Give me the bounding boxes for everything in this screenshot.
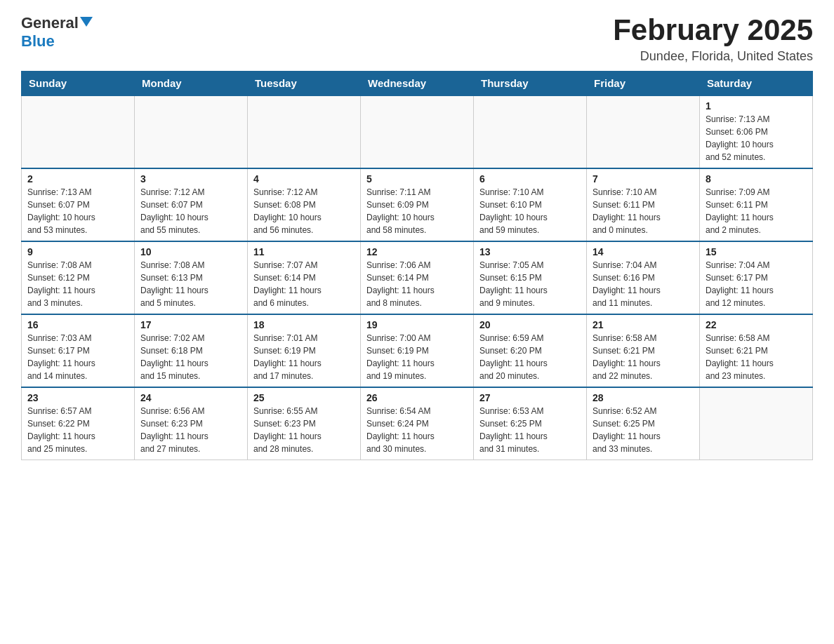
day-info: Sunrise: 7:04 AM Sunset: 6:16 PM Dayligh…: [593, 259, 694, 309]
day-number: 4: [253, 173, 355, 185]
day-info: Sunrise: 7:08 AM Sunset: 6:13 PM Dayligh…: [140, 259, 241, 309]
calendar-cell: [135, 95, 248, 168]
day-number: 21: [593, 319, 694, 330]
calendar-cell: 16Sunrise: 7:03 AM Sunset: 6:17 PM Dayli…: [22, 314, 135, 387]
calendar-cell: 28Sunrise: 6:52 AM Sunset: 6:25 PM Dayli…: [587, 387, 700, 460]
day-info: Sunrise: 7:13 AM Sunset: 6:07 PM Dayligh…: [27, 186, 128, 236]
day-number: 27: [479, 392, 581, 403]
logo-blue-text: Blue: [21, 32, 55, 51]
day-info: Sunrise: 7:12 AM Sunset: 6:08 PM Dayligh…: [253, 186, 355, 236]
day-info: Sunrise: 7:10 AM Sunset: 6:10 PM Dayligh…: [479, 186, 581, 236]
day-number: 1: [706, 100, 807, 112]
calendar-cell: 8Sunrise: 7:09 AM Sunset: 6:11 PM Daylig…: [700, 168, 813, 241]
calendar-cell: 2Sunrise: 7:13 AM Sunset: 6:07 PM Daylig…: [22, 168, 135, 241]
day-info: Sunrise: 7:13 AM Sunset: 6:06 PM Dayligh…: [706, 113, 807, 163]
calendar-cell: [361, 95, 474, 168]
day-info: Sunrise: 7:10 AM Sunset: 6:11 PM Dayligh…: [593, 186, 694, 236]
day-info: Sunrise: 7:12 AM Sunset: 6:07 PM Dayligh…: [140, 186, 241, 236]
day-number: 20: [479, 319, 581, 330]
day-info: Sunrise: 7:06 AM Sunset: 6:14 PM Dayligh…: [366, 259, 468, 309]
calendar-cell: 9Sunrise: 7:08 AM Sunset: 6:12 PM Daylig…: [22, 241, 135, 314]
day-number: 3: [140, 173, 241, 185]
day-info: Sunrise: 7:02 AM Sunset: 6:18 PM Dayligh…: [140, 332, 241, 382]
day-info: Sunrise: 7:11 AM Sunset: 6:09 PM Dayligh…: [366, 186, 468, 236]
day-info: Sunrise: 7:01 AM Sunset: 6:19 PM Dayligh…: [253, 332, 355, 382]
calendar-week-2: 2Sunrise: 7:13 AM Sunset: 6:07 PM Daylig…: [22, 168, 813, 241]
day-number: 24: [140, 392, 241, 403]
weekday-header-saturday: Saturday: [700, 72, 813, 96]
month-title: February 2025: [613, 14, 813, 46]
day-info: Sunrise: 7:08 AM Sunset: 6:12 PM Dayligh…: [27, 259, 128, 309]
day-info: Sunrise: 7:07 AM Sunset: 6:14 PM Dayligh…: [253, 259, 355, 309]
logo-general-text: General: [21, 14, 79, 32]
weekday-header-thursday: Thursday: [474, 72, 587, 96]
day-info: Sunrise: 6:58 AM Sunset: 6:21 PM Dayligh…: [593, 332, 694, 382]
weekday-header-tuesday: Tuesday: [248, 72, 361, 96]
calendar-table: SundayMondayTuesdayWednesdayThursdayFrid…: [21, 71, 813, 460]
calendar-cell: 25Sunrise: 6:55 AM Sunset: 6:23 PM Dayli…: [248, 387, 361, 460]
calendar-cell: 14Sunrise: 7:04 AM Sunset: 6:16 PM Dayli…: [587, 241, 700, 314]
day-info: Sunrise: 6:52 AM Sunset: 6:25 PM Dayligh…: [593, 405, 694, 455]
day-number: 25: [253, 392, 355, 403]
calendar-cell: 26Sunrise: 6:54 AM Sunset: 6:24 PM Dayli…: [361, 387, 474, 460]
page-header: General Blue February 2025 Dundee, Flori…: [21, 14, 813, 64]
day-number: 9: [27, 246, 128, 257]
day-info: Sunrise: 6:56 AM Sunset: 6:23 PM Dayligh…: [140, 405, 241, 455]
day-number: 12: [366, 246, 468, 257]
day-number: 19: [366, 319, 468, 330]
day-number: 6: [479, 173, 581, 185]
calendar-week-5: 23Sunrise: 6:57 AM Sunset: 6:22 PM Dayli…: [22, 387, 813, 460]
weekday-header-sunday: Sunday: [22, 72, 135, 96]
weekday-header-wednesday: Wednesday: [361, 72, 474, 96]
day-number: 8: [706, 173, 807, 185]
location-subtitle: Dundee, Florida, United States: [613, 49, 813, 64]
calendar-cell: 15Sunrise: 7:04 AM Sunset: 6:17 PM Dayli…: [700, 241, 813, 314]
calendar-cell: 5Sunrise: 7:11 AM Sunset: 6:09 PM Daylig…: [361, 168, 474, 241]
title-block: February 2025 Dundee, Florida, United St…: [613, 14, 813, 64]
logo: General Blue: [21, 14, 93, 51]
calendar-cell: 22Sunrise: 6:58 AM Sunset: 6:21 PM Dayli…: [700, 314, 813, 387]
day-number: 13: [479, 246, 581, 257]
day-info: Sunrise: 6:54 AM Sunset: 6:24 PM Dayligh…: [366, 405, 468, 455]
calendar-cell: 18Sunrise: 7:01 AM Sunset: 6:19 PM Dayli…: [248, 314, 361, 387]
calendar-week-3: 9Sunrise: 7:08 AM Sunset: 6:12 PM Daylig…: [22, 241, 813, 314]
day-number: 10: [140, 246, 241, 257]
calendar-cell: 4Sunrise: 7:12 AM Sunset: 6:08 PM Daylig…: [248, 168, 361, 241]
calendar-cell: 10Sunrise: 7:08 AM Sunset: 6:13 PM Dayli…: [135, 241, 248, 314]
day-info: Sunrise: 6:57 AM Sunset: 6:22 PM Dayligh…: [27, 405, 128, 455]
calendar-cell: 7Sunrise: 7:10 AM Sunset: 6:11 PM Daylig…: [587, 168, 700, 241]
day-number: 14: [593, 246, 694, 257]
day-info: Sunrise: 7:05 AM Sunset: 6:15 PM Dayligh…: [479, 259, 581, 309]
calendar-cell: 21Sunrise: 6:58 AM Sunset: 6:21 PM Dayli…: [587, 314, 700, 387]
day-number: 11: [253, 246, 355, 257]
calendar-cell: 13Sunrise: 7:05 AM Sunset: 6:15 PM Dayli…: [474, 241, 587, 314]
calendar-cell: 27Sunrise: 6:53 AM Sunset: 6:25 PM Dayli…: [474, 387, 587, 460]
day-number: 7: [593, 173, 694, 185]
calendar-cell: 1Sunrise: 7:13 AM Sunset: 6:06 PM Daylig…: [700, 95, 813, 168]
day-number: 28: [593, 392, 694, 403]
day-number: 2: [27, 173, 128, 185]
day-number: 15: [706, 246, 807, 257]
calendar-week-4: 16Sunrise: 7:03 AM Sunset: 6:17 PM Dayli…: [22, 314, 813, 387]
day-number: 23: [27, 392, 128, 403]
calendar-week-1: 1Sunrise: 7:13 AM Sunset: 6:06 PM Daylig…: [22, 95, 813, 168]
day-info: Sunrise: 7:03 AM Sunset: 6:17 PM Dayligh…: [27, 332, 128, 382]
day-number: 26: [366, 392, 468, 403]
calendar-cell: 20Sunrise: 6:59 AM Sunset: 6:20 PM Dayli…: [474, 314, 587, 387]
logo-triangle-icon: [80, 17, 93, 27]
calendar-cell: [587, 95, 700, 168]
day-number: 22: [706, 319, 807, 330]
day-info: Sunrise: 6:59 AM Sunset: 6:20 PM Dayligh…: [479, 332, 581, 382]
calendar-cell: 6Sunrise: 7:10 AM Sunset: 6:10 PM Daylig…: [474, 168, 587, 241]
weekday-header-friday: Friday: [587, 72, 700, 96]
calendar-cell: [248, 95, 361, 168]
day-info: Sunrise: 7:00 AM Sunset: 6:19 PM Dayligh…: [366, 332, 468, 382]
day-number: 5: [366, 173, 468, 185]
calendar-cell: [474, 95, 587, 168]
day-info: Sunrise: 6:53 AM Sunset: 6:25 PM Dayligh…: [479, 405, 581, 455]
calendar-cell: [22, 95, 135, 168]
calendar-cell: [700, 387, 813, 460]
weekday-header-row: SundayMondayTuesdayWednesdayThursdayFrid…: [22, 72, 813, 96]
calendar-cell: 24Sunrise: 6:56 AM Sunset: 6:23 PM Dayli…: [135, 387, 248, 460]
calendar-cell: 17Sunrise: 7:02 AM Sunset: 6:18 PM Dayli…: [135, 314, 248, 387]
